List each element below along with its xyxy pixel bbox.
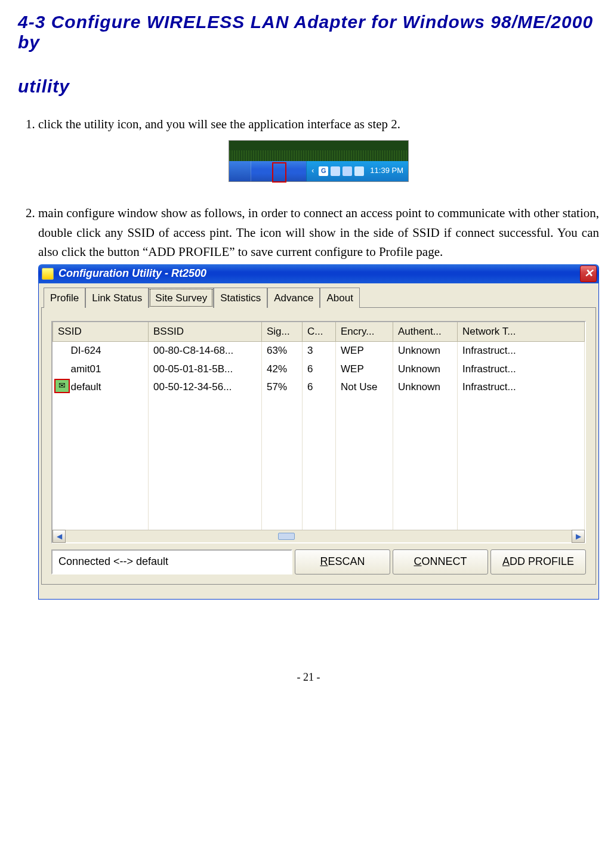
page-number: - 21 - [18,671,599,684]
config-utility-window: Configuration Utility - Rt2500 ✕ Profile… [38,264,599,600]
network-tray-icon[interactable] [331,166,340,176]
taskbar-clock: 11:39 PM [370,165,403,177]
step-2: main configure window show as follows, i… [38,203,599,600]
col-network-type[interactable]: Network T... [458,322,585,342]
section-heading-line1: 4-3 Configure WIRELESS LAN Adapter for W… [18,12,599,52]
tab-link-status[interactable]: Link Status [85,288,149,308]
tab-statistics[interactable]: Statistics [214,288,267,308]
scroll-right-button[interactable]: ▶ [572,530,585,543]
step-1-text: click the utility icon, and you will see… [38,117,400,131]
col-signal[interactable]: Sig... [262,322,303,342]
table-row [53,430,585,446]
table-row [53,396,585,413]
horizontal-scrollbar[interactable]: ◀ ▶ [53,530,585,542]
scroll-thumb[interactable] [278,533,295,540]
col-encryption[interactable]: Encry... [336,322,393,342]
site-survey-table: SSID BSSID Sig... C... Encry... Authent.… [53,322,585,530]
systray-screenshot: ‹ G 11:39 PM [229,140,409,182]
utility-icon-highlight [272,162,286,183]
close-icon: ✕ [584,265,593,282]
table-row [53,496,585,513]
tray-expand-icon[interactable]: ‹ [311,165,314,177]
table-row[interactable]: amit0100-05-01-81-5B...42%6WEPUnknownInf… [53,360,585,378]
scroll-left-button[interactable]: ◀ [53,530,66,543]
table-row [53,463,585,480]
table-row [53,513,585,530]
table-row[interactable]: DI-62400-80-C8-14-68...63%3WEPUnknownInf… [53,342,585,360]
col-authentication[interactable]: Authent... [393,322,458,342]
section-heading-line2: utility [18,76,599,97]
tab-site-survey[interactable]: Site Survey [149,288,214,308]
connect-button[interactable]: CONNECT [393,549,488,574]
step-1: click the utility icon, and you will see… [38,115,599,187]
table-row [53,446,585,463]
table-row [53,480,585,496]
system-tray-icon[interactable] [342,166,352,176]
app-icon [42,268,54,280]
volume-tray-icon[interactable] [354,166,364,176]
table-row[interactable]: ✉default00-50-12-34-56...57%6Not UseUnkn… [53,378,585,396]
rescan-button[interactable]: RESCAN [295,549,390,574]
step-2-text: main configure window show as follows, i… [38,206,599,259]
col-ssid[interactable]: SSID [53,322,149,342]
tab-strip: Profile Link Status Site Survey Statisti… [41,287,596,307]
table-row [53,413,585,430]
close-button[interactable]: ✕ [580,265,597,282]
tab-advance[interactable]: Advance [267,288,320,308]
connected-icon: ✉ [54,379,70,393]
tab-about[interactable]: About [320,288,359,308]
col-channel[interactable]: C... [303,322,336,342]
connection-status: Connected <--> default [51,549,292,574]
tab-profile[interactable]: Profile [44,288,85,308]
add-profile-button[interactable]: ADD PROFILE [490,549,586,574]
col-bssid[interactable]: BSSID [149,322,262,342]
utility-tray-icon[interactable]: G [319,166,328,176]
window-title: Configuration Utility - Rt2500 [58,265,206,282]
